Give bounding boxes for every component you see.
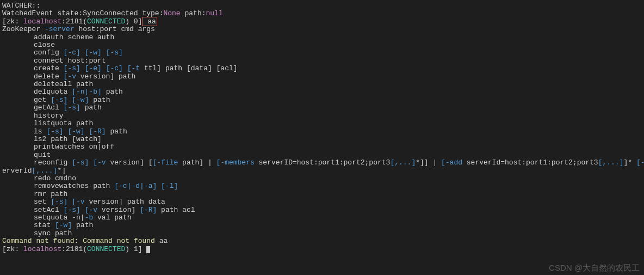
reconfig-l2-br: [,...] [32,167,58,175]
path-null: null [206,9,222,17]
watermark-text: CSDN @大自然的农民工 [549,264,640,272]
reconfig-mid5: serverId=host:port1:port2;port3 [462,158,598,167]
reconfig-add: [-add [441,158,462,167]
event-type-none: None [163,9,180,17]
setacl-mid: version] [97,206,140,214]
prompt2-status: CONNECTED [87,245,125,253]
cmd-listquota: listquota path [2,120,642,127]
cmd-getacl: getAcl [-s] path [2,104,642,112]
reconfig-l2-end: *] [57,167,66,175]
reconfig-pre: reconfig [34,158,72,167]
cmd-redo: redo cmdno [2,175,642,182]
config-c: [-c] [64,48,81,57]
reconfig-br1: [,...] [390,158,416,167]
delete-v: [-v [64,72,76,81]
cmd-close: close [2,41,642,49]
delete-rest: version] path [76,72,135,81]
create-rest: ttl] path [data] [acl] [140,64,237,72]
reconfig-remove: [-remove [636,158,644,167]
prompt-line-2[interactable]: [zk: localhost:2181(CONNECTED) 1] [2,246,642,253]
cmd-sync: sync path [2,230,642,237]
watched-event-line: WatchedEvent state:SyncConnected type:No… [2,10,642,17]
terminal-cursor [146,246,150,253]
cmd-ls: ls [-s] [-w] [-R] path [2,128,642,136]
reconfig-l2-pre: erverId [2,167,32,175]
setacl-v: [-v [85,206,97,214]
cmd-history: history [2,112,642,120]
terminal-output[interactable]: WATCHER:: WatchedEvent state:SyncConnect… [2,2,642,253]
delquota-rest: path [102,88,123,96]
get-pre: get [34,96,51,104]
delquota-pre: delquota [34,88,72,96]
create-s: [-s] [64,64,81,72]
setacl-pre: setAcl [34,206,64,214]
sp [81,48,85,57]
prompt2-host: localhost [23,245,61,253]
error-cmd: aa [155,237,168,245]
setacl-r: [-R] [140,206,157,214]
sp [102,48,106,57]
usage-zk: ZooKeeper [2,25,45,33]
cmd-removewatches: removewatches path [-c|-d|-a] [-l] [2,182,642,190]
sp [81,206,85,214]
reconfig-v: [-v [93,158,106,167]
cmd-setquota: setquota -n|-b val path [2,214,642,222]
delquota-nb: [-n|-b] [72,88,102,96]
cmd-printwatches: printwatches on|off [2,143,642,151]
setquota-pre: setquota -n| [34,213,85,222]
path-label: path: [181,9,206,17]
sp [102,64,106,72]
getacl-s: [-s] [64,103,81,112]
getacl-rest: path [81,103,102,112]
set-pre: set [34,198,51,206]
reconfig-br2: [,...] [598,158,624,167]
stat-pre: stat [34,221,55,229]
error-line: Command not found: Command not found aa [2,237,642,245]
stat-rest: path [72,221,93,229]
prompt-open: [zk: [2,17,23,26]
ls-w: [-w] [67,127,84,136]
set-s: [-s] [51,198,67,206]
reconfig-mid4: *]] | [416,158,441,167]
stat-w: [-w] [55,221,72,229]
reconfig-s: [-s] [72,158,89,167]
prompt2-port: :2181( [61,245,87,253]
usage-rest: host:port cmd args [75,25,155,33]
create-e: [-e] [85,64,102,72]
config-s: [-s] [106,48,123,57]
ls-s: [-s] [46,127,63,136]
reconfig-file: [-file [152,158,178,167]
sp [123,64,127,72]
cmd-config: config [-c] [-w] [-s] [2,49,642,57]
cmd-setacl: setAcl [-s] [-v version] [-R] path acl [2,206,642,214]
delete-pre: delete [34,72,64,81]
get-s: [-s] [51,96,67,104]
create-t: [-t [127,64,140,72]
cmd-addauth: addauth scheme auth [2,34,642,41]
cmd-delquota: delquota [-n|-b] path [2,88,642,96]
create-c: [-c] [106,64,123,72]
sp [157,182,161,190]
cmd-reconfig: reconfig [-s] [-v version] [[-file path]… [2,159,642,167]
config-w: [-w] [85,48,102,57]
config-pre: config [34,48,64,57]
reconfig-mid3: serverID=host:port1:port2;port3 [255,158,391,167]
rw-cda: [-c|-d|-a] [114,182,157,190]
setquota-b: -b [85,213,94,222]
cmd-stat: stat [-w] path [2,222,642,229]
setacl-s: [-s] [64,206,81,214]
get-rest: path [89,96,110,104]
prompt-line-1: [zk: localhost:2181(CONNECTED) 0] aa [2,18,642,26]
reconfig-mid2: path] | [178,158,216,167]
prompt2-close: ) 1] [125,245,146,253]
usage-server-flag: -server [45,25,75,33]
cmd-quit: quit [2,151,642,159]
get-w: [-w] [72,96,89,104]
cmd-set: set [-s] [-v version] path data [2,198,642,206]
reconfig-members: [-members [216,158,255,167]
prompt2-open: [zk: [2,245,23,253]
prompt-host: localhost [23,17,61,26]
sp [81,64,85,72]
cmd-rmr: rmr path [2,191,642,198]
cmd-ls2: ls2 path [watch] [2,136,642,143]
